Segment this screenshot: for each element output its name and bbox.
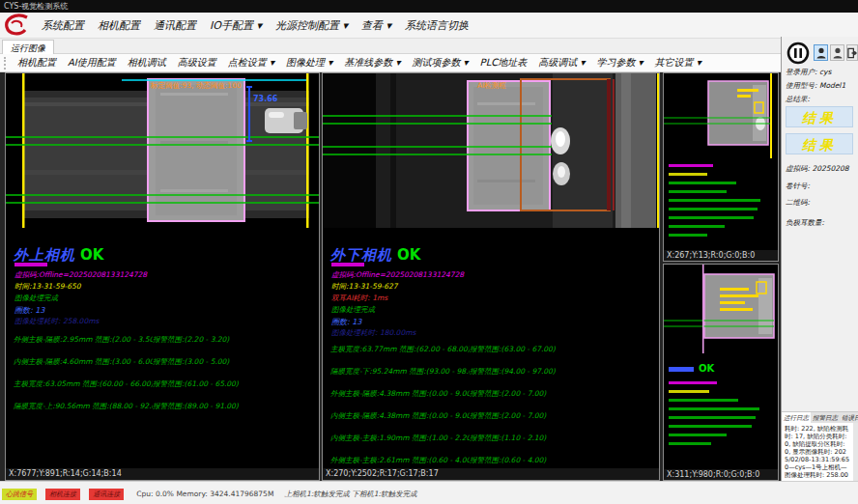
virtual-code-label: 虚拟码: [786, 164, 810, 173]
log-tab-strip: 运行日志 报警日志 错误日志 [782, 411, 858, 423]
menu-comm-config[interactable]: 通讯配置 [147, 18, 203, 33]
tool-learning-params[interactable]: 学习参数 ▾ [590, 56, 648, 70]
menu-camera-config[interactable]: 相机配置 [91, 18, 147, 33]
aux-camera-panel-bottom: OK X:311;Y:980;R:0;G:0;B:0 [663, 264, 779, 481]
left-loop-count: 圈数: 13 [14, 305, 44, 316]
tool-advanced-settings[interactable]: 高级设置 [172, 56, 222, 70]
user-manage-button[interactable] [830, 44, 844, 61]
middle-done: 图像处理完成 [331, 305, 375, 315]
measurement-row: 隔膜宽度-上:90.56mm 范围:(88.00 - 92.00) 报警范围:(… [6, 402, 320, 411]
left-time: 时间:13-31-59-650 [14, 282, 81, 292]
model-label: 使用型号: [786, 81, 817, 90]
menu-language-switch[interactable]: 系统语言切换 [398, 18, 475, 33]
tool-camera-debug[interactable]: 相机调试 [122, 56, 172, 70]
middle-ai-time: 双耳AI耗时: 1ms [331, 294, 387, 303]
toolbar-grip[interactable] [4, 57, 7, 70]
left-pixel-coords: X:7677;Y:891;R:14;G:14;B:14 [6, 468, 319, 480]
tool-test-params[interactable]: 测试项参数 ▾ [406, 56, 473, 70]
menu-light-config[interactable]: 光源控制配置 ▾ [269, 18, 355, 33]
qrcode-label: 二维码: [786, 198, 810, 207]
login-user-value: cys [819, 68, 831, 76]
left-measurements: 外侧主极-隔膜:2.95mm 范围:(2.00 - 3.50) 报警范围:(2.… [6, 322, 320, 411]
model-value: Model1 [819, 81, 845, 90]
tool-other-settings[interactable]: 其它设置 ▾ [649, 56, 707, 70]
middle-time: 时间:13-31-59-627 [331, 282, 398, 292]
middle-camera-panel: AI检测框 外下相机 OK 虚拟码:Offline=20250208133124… [322, 72, 660, 481]
left-virtual-code: 虚拟码:Offline=20250208133124728 [14, 270, 147, 280]
tab-strip: 运行图像 [0, 39, 858, 54]
middle-measurements: 主极宽度:63.77mm 范围:(62.00 - 68.00) 报警范围:(63… [323, 332, 660, 465]
measure-overlay-value: 73.66 [253, 95, 277, 103]
user-icon [816, 47, 826, 59]
aux-top-textlines [664, 164, 778, 237]
pause-button[interactable] [786, 42, 810, 65]
middle-camera-image[interactable]: AI检测框 [323, 73, 659, 228]
menu-bar: 系统配置 相机配置 通讯配置 IO手配置 ▾ 光源控制配置 ▾ 查看 ▾ 系统语… [0, 13, 858, 39]
logout-button[interactable] [846, 44, 858, 61]
menu-view[interactable]: 查看 ▾ [355, 18, 398, 33]
middle-loop-count: 圈数: 13 [331, 317, 361, 327]
measurement-row: 内侧主极-隔膜:4.38mm 范围:(0.00 - 9.00) 报警范围:(2.… [323, 411, 660, 421]
comm-link-badge: 通讯连接 [89, 489, 124, 500]
ai-box-label: AI检测框 [477, 81, 506, 91]
exit-door-icon [847, 47, 857, 59]
left-ng-indicator [14, 263, 47, 266]
measurement-row: 主极宽度:63.77mm 范围:(62.00 - 68.00) 报警范围:(63… [323, 345, 660, 354]
measurement-row: 主极宽度:63.05mm 范围:(60.00 - 66.00) 报警范围:(61… [6, 379, 320, 389]
user-dark-icon [833, 47, 843, 59]
log-scrollbar[interactable] [853, 423, 858, 481]
middle-camera-name: 外下相机 [330, 246, 392, 264]
log-tab-alarm[interactable]: 报警日志 [811, 412, 840, 423]
left-camera-status: OK [80, 246, 103, 264]
measurement-row: 外侧主极-主极:2.61mm 范围:(0.60 - 4.00) 报警范围:(0.… [323, 456, 660, 465]
tool-spot-check[interactable]: 点检设置 ▾ [222, 56, 280, 70]
window-title: CYS-视觉检测系统 [4, 2, 68, 11]
status-bar: 心跳信号 相机连接 通讯连接 Cpu: 0.0% Memory: 3424.41… [0, 481, 858, 504]
camera-trigger-status: 上相机1:软触发完成 下相机1:软触发完成 [284, 490, 416, 498]
middle-virtual-code: 虚拟码:Offline=20250208133124728 [331, 270, 464, 280]
menu-system-config[interactable]: 系统配置 [35, 18, 91, 33]
tool-plc-address-table[interactable]: PLC地址表 [474, 56, 533, 70]
cpu-memory-status: Cpu: 0.0% Memory: 3424.41796875M [136, 490, 273, 498]
aux-bottom-pixel-coords: X:311;Y:980;R:0;G:0;B:0 [664, 469, 778, 480]
log-tab-error[interactable]: 错误日志 [840, 412, 858, 423]
log-text-area[interactable]: 耗时: 222, 缺陷检测耗时: 17, 缺陷分类耗时: 0, 缺陷提取分区耗时… [782, 423, 858, 481]
measurement-row: 外侧主极-隔膜:2.95mm 范围:(2.00 - 3.50) 报警范围:(2.… [6, 335, 320, 345]
middle-camera-status: OK [397, 246, 420, 264]
tab-run-image[interactable]: 运行图像 [2, 40, 54, 54]
camera-link-badge: 相机连接 [45, 489, 80, 500]
aux-camera-panel-top: X:267;Y:13;R:0;G:0;B:0 [663, 72, 779, 262]
aux-bottom-textlines [664, 381, 778, 445]
login-user-button[interactable] [814, 44, 828, 61]
control-panel: 登录用户: cys 使用型号: Model1 总结果: 结果 结果 虚拟码: 2… [781, 37, 858, 481]
toolbar: 相机配置 AI使用配置 相机调试 高级设置 点检设置 ▾ 图像处理 ▾ 基准线参… [0, 54, 858, 72]
aux-bottom-image[interactable] [664, 265, 778, 353]
left-camera-panel: 标定阈值:93, 动态阈值:100 73.66 外上相机 OK 虚拟码:Offl… [5, 72, 320, 481]
middle-pixel-coords: X:270;Y:2502;R:17;G:17;B:17 [323, 468, 659, 480]
left-camera-name: 外上相机 [14, 246, 75, 264]
aux-bottom-image-canvas [664, 265, 779, 353]
measurement-row: 内侧主极-主极:1.90mm 范围:(1.00 - 2.20) 报警范围:(1.… [323, 434, 660, 443]
tool-advanced-debug[interactable]: 高级调试 ▾ [532, 56, 590, 70]
virtual-code-value: 20250208 [812, 164, 848, 173]
measurement-row: 外侧主极-隔膜:4.38mm 范围:(0.00 - 9.00) 报警范围:(2.… [323, 389, 660, 399]
aux-top-image-canvas [664, 73, 779, 158]
app-logo-icon [2, 14, 31, 37]
tool-camera-config[interactable]: 相机配置 [12, 56, 62, 70]
tool-ai-usage-config[interactable]: AI使用配置 [62, 56, 122, 70]
app-window: CYS-视觉检测系统 系统配置 相机配置 通讯配置 IO手配置 ▾ 光源控制配置… [0, 0, 858, 504]
title-bar: CYS-视觉检测系统 [0, 0, 858, 13]
tool-baseline-params[interactable]: 基准线参数 ▾ [338, 56, 406, 70]
menu-io-config[interactable]: IO手配置 ▾ [203, 18, 269, 33]
neg-tab-count-label: 负极耳数量: [786, 218, 824, 227]
aux-top-image[interactable] [664, 73, 778, 158]
needle-no-label: 卷针号: [786, 182, 810, 190]
left-camera-image[interactable]: 标定阈值:93, 动态阈值:100 73.66 [6, 73, 319, 228]
result-box-upper: 结果 [786, 106, 853, 127]
tool-image-processing[interactable]: 图像处理 ▾ [280, 56, 338, 70]
log-tab-run[interactable]: 运行日志 [782, 412, 811, 423]
threshold-overlay-text: 标定阈值:93, 动态阈值:100 [151, 81, 242, 91]
middle-camera-image-canvas [323, 73, 660, 228]
login-user-label: 登录用户: [786, 68, 817, 76]
aux-top-pixel-coords: X:267;Y:13;R:0;G:0;B:0 [664, 250, 778, 261]
